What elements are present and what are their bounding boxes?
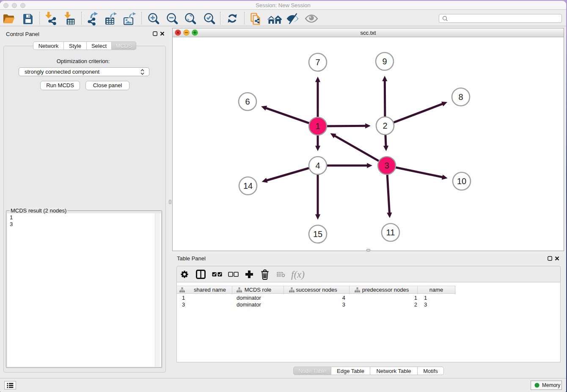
- svg-text:6: 6: [245, 97, 250, 106]
- svg-text:2: 2: [383, 121, 387, 130]
- svg-text:7: 7: [315, 58, 320, 67]
- svg-text:14: 14: [243, 181, 253, 190]
- svg-text:15: 15: [313, 229, 322, 239]
- svg-text:8: 8: [458, 92, 463, 102]
- svg-text:9: 9: [382, 57, 387, 66]
- svg-text:1: 1: [315, 121, 320, 131]
- svg-text:3: 3: [384, 161, 389, 170]
- svg-text:4: 4: [315, 161, 320, 170]
- svg-text:f(x): f(x): [291, 269, 305, 280]
- svg-text:11: 11: [386, 228, 395, 237]
- svg-text:10: 10: [457, 177, 466, 186]
